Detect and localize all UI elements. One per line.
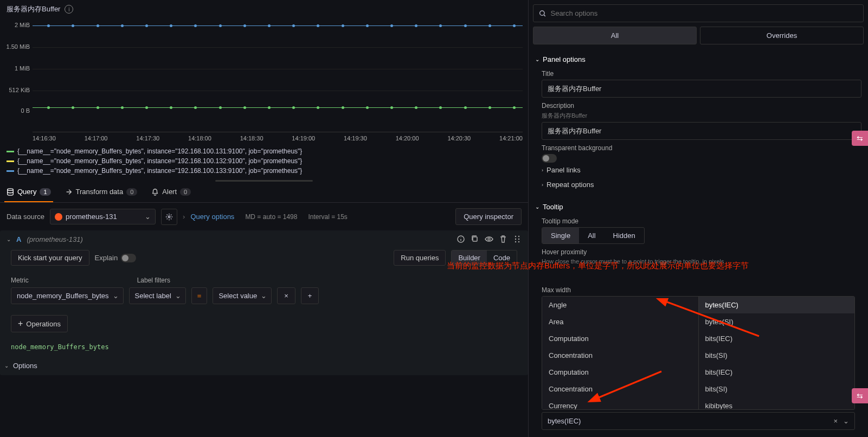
x-tick: 14:20:00 bbox=[396, 135, 419, 142]
value-select[interactable]: Select value bbox=[213, 287, 272, 304]
side-badge-icon[interactable]: ⇆ bbox=[852, 131, 868, 146]
kickstart-button[interactable]: Kick start your query bbox=[11, 250, 89, 266]
panel-options-section[interactable]: ⌄ Panel options bbox=[535, 53, 861, 66]
tooltip-mode-all[interactable]: All bbox=[579, 228, 604, 243]
legend-item[interactable]: {__name__="node_memory_Buffers_bytes", i… bbox=[7, 156, 522, 166]
tooltip-section[interactable]: ⌄ Tooltip bbox=[535, 201, 861, 213]
unit-category[interactable]: Concentration bbox=[542, 381, 698, 397]
drag-icon[interactable] bbox=[513, 235, 522, 243]
transform-icon bbox=[65, 188, 73, 196]
code-tab[interactable]: Code bbox=[487, 250, 517, 265]
unit-category[interactable]: Computation bbox=[542, 364, 698, 381]
chevron-down-icon: ⌄ bbox=[535, 204, 539, 210]
builder-tab[interactable]: Builder bbox=[452, 250, 486, 265]
bell-icon bbox=[151, 188, 159, 196]
unit-category[interactable]: Currency bbox=[542, 397, 698, 409]
hover-proximity-label: Hover proximity bbox=[542, 248, 861, 256]
trash-icon[interactable] bbox=[499, 235, 507, 243]
tab-overrides[interactable]: Overrides bbox=[700, 27, 864, 44]
unit-value[interactable]: bits(IEC) bbox=[699, 330, 855, 347]
unit-value[interactable]: bytes(SI) bbox=[699, 313, 855, 330]
description-input[interactable] bbox=[542, 122, 861, 140]
delete-filter-button[interactable]: × bbox=[277, 287, 295, 304]
badge: 0 bbox=[180, 188, 191, 196]
tooltip-mode-hidden[interactable]: Hidden bbox=[605, 228, 644, 243]
tab-alert[interactable]: Alert 0 bbox=[149, 182, 193, 202]
transparent-toggle[interactable] bbox=[542, 154, 557, 163]
tab-query[interactable]: Query 1 bbox=[4, 182, 53, 202]
eye-icon[interactable] bbox=[485, 235, 493, 243]
search-options-input[interactable] bbox=[533, 4, 864, 22]
svg-point-10 bbox=[518, 241, 519, 242]
metric-select[interactable]: node_memory_Buffers_bytes bbox=[11, 287, 124, 304]
run-queries-button[interactable]: Run queries bbox=[394, 250, 446, 266]
x-tick: 14:21:00 bbox=[499, 135, 523, 142]
explain-label: Explain bbox=[95, 254, 118, 262]
md-info: MD = auto = 1498 bbox=[245, 213, 297, 221]
badge: 0 bbox=[126, 188, 137, 196]
unit-value[interactable]: bits(SI) bbox=[699, 381, 855, 397]
chevron-down-icon[interactable]: ⌄ bbox=[7, 236, 11, 242]
tab-all[interactable]: All bbox=[533, 27, 697, 44]
interval-info: Interval = 15s bbox=[308, 213, 347, 221]
panel-links-section[interactable]: › Panel links bbox=[535, 163, 861, 177]
unit-category[interactable]: Concentration bbox=[542, 347, 698, 364]
svg-rect-3 bbox=[473, 237, 477, 241]
chevron-down-icon: ⌄ bbox=[4, 363, 9, 369]
info-icon[interactable]: i bbox=[65, 5, 73, 14]
x-tick: 14:20:30 bbox=[447, 135, 471, 142]
unit-value[interactable]: bytes(IEC) bbox=[699, 297, 855, 313]
svg-point-5 bbox=[515, 236, 516, 237]
x-tick: 14:18:30 bbox=[240, 135, 263, 142]
tooltip-mode-single[interactable]: Single bbox=[542, 228, 579, 243]
chevron-down-icon[interactable]: ⌄ bbox=[843, 417, 849, 425]
info-circle-icon[interactable] bbox=[456, 235, 465, 243]
svg-point-4 bbox=[488, 238, 490, 240]
label-filters-label: Label filters bbox=[137, 277, 170, 284]
clear-unit-button[interactable]: × bbox=[833, 417, 838, 425]
title-input[interactable] bbox=[542, 80, 861, 98]
svg-point-7 bbox=[515, 239, 516, 240]
chart: 2 MiB 1.50 MiB 1 MiB 512 KiB 0 B 14:16:3… bbox=[0, 18, 528, 143]
query-inspector-button[interactable]: Query inspector bbox=[455, 208, 522, 225]
operator-select[interactable]: = bbox=[191, 287, 208, 304]
unit-value[interactable]: bits(IEC) bbox=[699, 364, 855, 381]
unit-value[interactable]: kibibytes bbox=[699, 397, 855, 409]
legend: {__name__="node_memory_Buffers_bytes", i… bbox=[0, 143, 528, 179]
x-tick: 14:18:00 bbox=[188, 135, 211, 142]
unit-category[interactable]: Area bbox=[542, 313, 698, 330]
add-filter-button[interactable]: + bbox=[301, 287, 319, 304]
settings-icon bbox=[165, 213, 173, 221]
y-tick: 1.50 MiB bbox=[5, 43, 30, 50]
tab-transform[interactable]: Transform data 0 bbox=[63, 182, 140, 202]
unit-dropdown[interactable]: Angle Area Computation Concentration Com… bbox=[542, 296, 855, 410]
series-line bbox=[33, 25, 523, 26]
max-width-label: Max width bbox=[542, 286, 861, 294]
legend-item[interactable]: {__name__="node_memory_Buffers_bytes", i… bbox=[7, 166, 522, 176]
datasource-settings-button[interactable] bbox=[161, 209, 177, 225]
x-tick: 14:19:30 bbox=[344, 135, 367, 142]
prometheus-icon bbox=[55, 213, 62, 221]
chevron-right-icon: › bbox=[542, 182, 543, 188]
repeat-options-section[interactable]: › Repeat options bbox=[535, 177, 861, 192]
options-toggle[interactable]: ⌄ Options bbox=[0, 356, 528, 375]
label-select[interactable]: Select label bbox=[129, 287, 186, 304]
svg-point-9 bbox=[515, 241, 516, 242]
unit-category[interactable]: Angle bbox=[542, 297, 698, 313]
tooltip-mode-label: Tooltip mode bbox=[542, 217, 861, 225]
description-label: Description bbox=[542, 102, 861, 110]
operations-button[interactable]: + Operations bbox=[11, 315, 68, 332]
y-tick: 1 MiB bbox=[5, 65, 30, 72]
explain-toggle[interactable] bbox=[121, 254, 136, 262]
database-icon bbox=[7, 188, 14, 196]
query-letter: A bbox=[16, 235, 21, 243]
unit-value[interactable]: bits(SI) bbox=[699, 347, 855, 364]
svg-point-8 bbox=[518, 239, 519, 240]
legend-item[interactable]: {__name__="node_memory_Buffers_bytes", i… bbox=[7, 146, 522, 156]
datasource-select[interactable]: prometheus-131 bbox=[50, 209, 156, 224]
svg-point-1 bbox=[168, 216, 170, 218]
copy-icon[interactable] bbox=[471, 235, 479, 243]
query-options-link[interactable]: Query options bbox=[190, 213, 234, 221]
side-badge-icon[interactable]: ⇆ bbox=[852, 388, 868, 403]
unit-category[interactable]: Computation bbox=[542, 330, 698, 347]
